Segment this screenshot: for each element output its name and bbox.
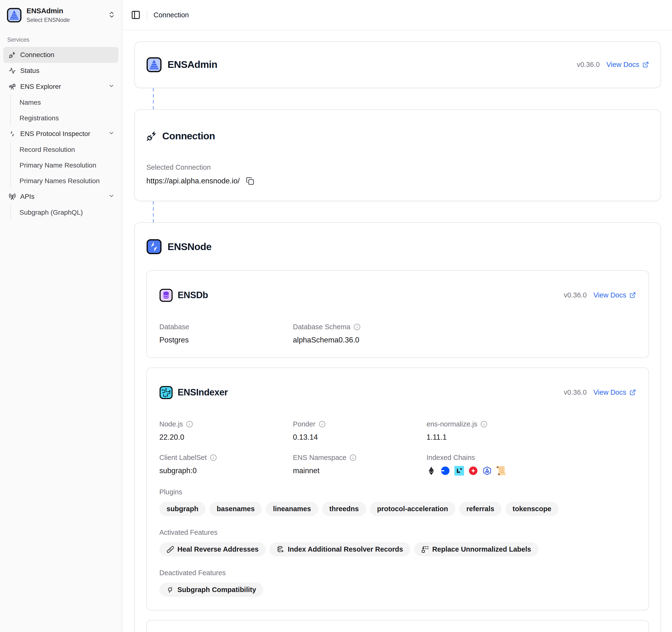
sidebar-item-primary-names-resolution[interactable]: Primary Names Resolution — [11, 173, 118, 189]
radio-tower-icon — [9, 193, 16, 200]
field-label-text: Database Schema — [293, 323, 351, 331]
field-database-schema: Database Schema alphaSchema0.36.0 — [293, 323, 427, 344]
sidebar-item-ens-protocol-inspector[interactable]: ENS Protocol Inspector — [3, 126, 118, 142]
field-ens-normalize: ens-normalize.js 1.11.1 — [427, 420, 636, 442]
replace-icon — [422, 546, 429, 553]
app-subtitle: Select ENSNode — [26, 17, 103, 23]
ensnode-logo-icon — [146, 239, 162, 254]
sidebar-item-ens-explorer[interactable]: ENS Explorer — [3, 79, 118, 95]
chevron-down-icon — [108, 83, 115, 91]
view-docs-link[interactable]: View Docs — [594, 388, 636, 396]
sidebar-item-label: ENS Explorer — [20, 83, 61, 91]
field-indexed-chains: Indexed Chains — [427, 454, 636, 476]
plugin-chip: protocol-acceleration — [370, 502, 455, 516]
field-label-text: Client LabelSet — [159, 454, 207, 462]
ensindexer-fields: Node.js 22.20.0 Ponder 0.13.14 — [159, 420, 636, 476]
sidebar-item-names[interactable]: Names — [11, 95, 118, 110]
plugin-chip: tokenscope — [505, 502, 559, 516]
scroll-chain-icon: 📜 — [496, 466, 506, 476]
sidebar-group-label: Services — [7, 37, 122, 43]
indexed-chains-label: Indexed Chains — [427, 454, 636, 462]
sidebar-item-registrations[interactable]: Registrations — [11, 110, 118, 126]
sidebar-nav: Connection Status ENS Explorer — [0, 47, 122, 220]
external-link-icon — [642, 62, 649, 68]
field-ens-namespace: ENS Namespace mainnet — [293, 454, 427, 476]
chevron-down-icon — [108, 193, 115, 201]
field-label-text: ens-normalize.js — [427, 420, 477, 428]
ensnode-card: ENSNode ENSDb — [134, 222, 661, 632]
deactivated-features-label: Deactivated Features — [159, 569, 636, 577]
field-ponder: Ponder 0.13.14 — [293, 420, 427, 442]
connection-card: Connection Selected Connection https://a… — [134, 109, 661, 201]
view-docs-link[interactable]: View Docs — [594, 291, 636, 299]
info-icon[interactable] — [186, 421, 193, 428]
plugins-row: subgraph basenames lineanames threedns p… — [159, 502, 636, 516]
sub-item-label: Primary Name Resolution — [20, 162, 96, 169]
ens-diamond-icon — [9, 130, 16, 138]
view-docs-label: View Docs — [606, 60, 639, 69]
field-value: alphaSchema0.36.0 — [293, 336, 427, 344]
ensindexer-header: ENSIndexer v0.36.0 View Docs — [159, 378, 636, 407]
ensadmin-meta: v0.36.0 View Docs — [577, 60, 649, 69]
ethereum-chain-icon — [427, 466, 436, 476]
field-value: 1.11.1 — [427, 433, 636, 442]
ensrainbow-card: ENSRainbow v0.36.0 View Docs — [146, 620, 649, 632]
feature-chip-label: Subgraph Compatibility — [177, 586, 256, 594]
sidebar-item-connection[interactable]: Connection — [3, 47, 118, 63]
ensnode-title: ENSNode — [168, 241, 212, 252]
feature-chip-label: Index Additional Resolver Records — [288, 545, 403, 553]
ensnode-header: ENSNode — [146, 233, 649, 261]
field-label-text: Node.js — [159, 420, 183, 428]
chevrons-up-down-icon — [108, 11, 116, 20]
sidebar-item-record-resolution[interactable]: Record Resolution — [11, 142, 118, 157]
ensadmin-title: ENSAdmin — [168, 59, 217, 70]
sidebar-item-status[interactable]: Status — [3, 63, 118, 79]
field-label: Database Schema — [293, 323, 427, 331]
copy-url-button[interactable] — [246, 177, 254, 185]
field-label-text: ENS Namespace — [293, 454, 346, 462]
topbar: Connection — [122, 0, 672, 30]
flow-connector — [153, 201, 154, 222]
database-plus-icon — [277, 546, 284, 553]
field-client-labelset: Client LabelSet subgraph:0 — [159, 454, 293, 476]
ensindexer-card: ENSIndexer v0.36.0 View Docs — [146, 367, 649, 610]
selected-connection-label: Selected Connection — [146, 164, 649, 171]
sidebar-item-subgraph-graphql[interactable]: Subgraph (GraphQL) — [11, 204, 118, 220]
info-icon[interactable] — [210, 454, 217, 461]
ensnode-selector[interactable]: ENSAdmin Select ENSNode — [0, 5, 122, 25]
bandage-icon — [167, 546, 174, 553]
feature-chip-replace-unnormalized-labels: Replace Unnormalized Labels — [414, 542, 538, 556]
arbitrum-chain-icon — [482, 466, 492, 476]
sub-item-label: Registrations — [20, 114, 59, 122]
version-badge: v0.36.0 — [577, 60, 600, 69]
external-link-icon — [629, 292, 636, 298]
info-icon[interactable] — [354, 323, 361, 331]
feature-chip-heal-reverse-addresses: Heal Reverse Addresses — [159, 542, 266, 556]
ensdb-logo-icon — [159, 289, 173, 302]
ensdb-header: ENSDb v0.36.0 View Docs — [159, 281, 636, 310]
feature-chip-label: Replace Unnormalized Labels — [432, 545, 531, 553]
info-icon[interactable] — [350, 454, 357, 461]
sub-item-label: Record Resolution — [20, 146, 75, 153]
field-label: Database — [159, 323, 293, 331]
sidebar-item-primary-name-resolution[interactable]: Primary Name Resolution — [11, 157, 118, 173]
info-icon[interactable] — [319, 421, 326, 428]
plug-zap-icon — [146, 131, 157, 141]
ensindexer-logo-icon — [159, 386, 173, 399]
deactivated-features-row: Subgraph Compatibility — [159, 583, 636, 597]
sidebar-item-label: ENS Protocol Inspector — [20, 130, 90, 138]
view-docs-link[interactable]: View Docs — [606, 60, 649, 69]
sub-item-label: Subgraph (GraphQL) — [20, 209, 83, 216]
sidebar-app-titles: ENSAdmin Select ENSNode — [26, 7, 103, 23]
view-docs-label: View Docs — [594, 388, 626, 396]
feature-chip-label: Heal Reverse Addresses — [177, 545, 259, 553]
info-icon[interactable] — [480, 421, 487, 428]
field-value: 22.20.0 — [159, 433, 293, 442]
ensrainbow-header: ENSRainbow v0.36.0 View Docs — [159, 631, 636, 632]
sidebar-toggle-button[interactable] — [131, 10, 141, 20]
copy-icon — [246, 177, 254, 185]
ensadmin-logo-icon — [7, 8, 22, 23]
subgraph-query-icon — [167, 586, 174, 593]
sidebar-item-apis[interactable]: APIs — [3, 189, 118, 204]
indexed-chains-row: 📜 — [427, 466, 636, 476]
